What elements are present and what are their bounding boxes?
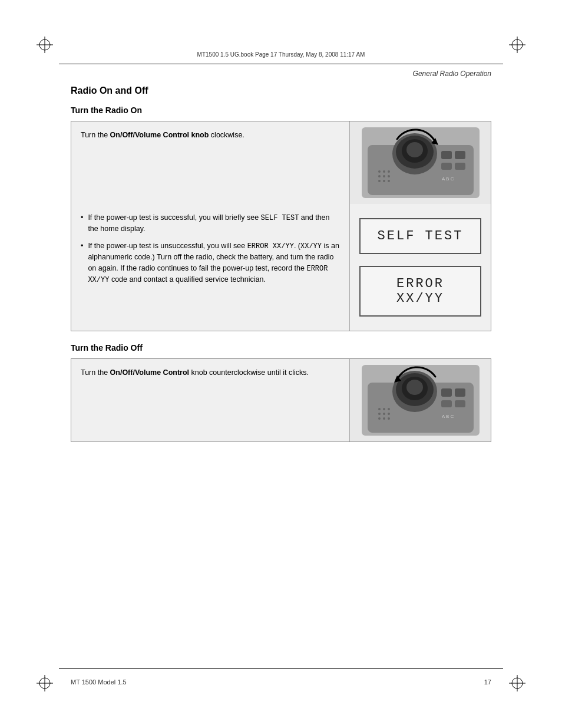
corner-mark-tr — [509, 37, 525, 53]
error-screen: ERROR XX/YY — [359, 266, 481, 317]
svg-point-29 — [388, 175, 390, 177]
header-file-info: MT1500 1.5 UG.book Page 17 Thursday, May… — [197, 51, 365, 58]
self-test-screen: SELF TEST — [359, 218, 481, 254]
radio-counterclockwise-image: A B C — [362, 365, 480, 436]
svg-point-32 — [388, 180, 390, 182]
svg-point-28 — [383, 175, 385, 177]
svg-point-46 — [383, 408, 385, 410]
svg-point-27 — [378, 175, 381, 177]
svg-point-51 — [378, 417, 381, 420]
svg-point-53 — [388, 417, 390, 420]
turn-off-text-bold: On/Off/Volume Control — [110, 368, 189, 377]
svg-point-31 — [383, 180, 385, 182]
svg-rect-40 — [441, 388, 452, 397]
svg-rect-41 — [455, 388, 465, 397]
svg-point-52 — [383, 417, 385, 420]
corner-mark-br — [509, 675, 525, 691]
turn-on-box: Turn the On/Off/Volume Control knob cloc… — [71, 121, 491, 331]
turn-off-text-after: knob counterclockwise until it clicks. — [189, 368, 309, 377]
svg-text:A  B  C: A B C — [442, 414, 454, 419]
corner-mark-tl — [37, 37, 53, 53]
svg-point-38 — [406, 380, 423, 395]
bullet2-mono1: ERROR XX/YY — [247, 242, 294, 251]
svg-rect-42 — [441, 400, 452, 407]
radio-clockwise-image: A B C — [362, 127, 480, 198]
turn-off-image-col: A B C — [349, 359, 491, 442]
svg-point-30 — [378, 180, 381, 182]
page-footer: MT 1500 Model 1.5 17 — [71, 678, 491, 686]
svg-rect-43 — [455, 400, 465, 407]
bullet-item-1: If the power-up test is successful, you … — [81, 212, 340, 235]
svg-point-48 — [378, 413, 381, 415]
turn-off-instruction-text: Turn the On/Off/Volume Control knob coun… — [71, 359, 349, 442]
footer-rule — [59, 668, 503, 669]
turn-on-bottom-row: If the power-up test is successful, you … — [71, 204, 491, 331]
bullet-item-2: If the power-up test is unsuccessful, yo… — [81, 241, 340, 285]
display-screens-col: SELF TEST ERROR XX/YY — [349, 204, 491, 331]
bullet1-prefix: If the power-up test is successful, you … — [88, 212, 340, 235]
section-heading-turn-on: Turn the Radio On — [71, 106, 491, 115]
svg-point-25 — [383, 170, 385, 173]
corner-mark-bl — [37, 675, 53, 691]
svg-text:A  B  C: A B C — [442, 176, 454, 182]
svg-point-26 — [388, 170, 390, 173]
header-rule — [59, 64, 503, 64]
svg-point-49 — [383, 413, 385, 415]
turn-on-top-row: Turn the On/Off/Volume Control knob cloc… — [71, 121, 491, 204]
svg-point-17 — [406, 142, 423, 157]
section-heading-radio-on-off: Radio On and Off — [71, 85, 491, 96]
bullet1-mono: SELF TEST — [261, 214, 299, 222]
page-section-title: General Radio Operation — [413, 70, 491, 78]
svg-point-24 — [378, 170, 381, 173]
turn-off-row: Turn the On/Off/Volume Control knob coun… — [71, 359, 491, 442]
turn-off-box: Turn the On/Off/Volume Control knob coun… — [71, 358, 491, 442]
svg-point-47 — [388, 408, 390, 410]
turn-on-bullet-list: If the power-up test is successful, you … — [81, 212, 340, 285]
svg-rect-22 — [455, 163, 465, 170]
turn-on-bullets-col: If the power-up test is successful, you … — [71, 204, 349, 331]
svg-rect-19 — [441, 151, 452, 159]
section-heading-turn-off: Turn the Radio Off — [71, 343, 491, 353]
turn-off-text-before: Turn the — [81, 368, 110, 377]
turn-on-instruction-text: Turn the On/Off/Volume Control knob cloc… — [71, 121, 349, 204]
turn-on-image-col: A B C — [349, 121, 491, 204]
page-header: MT1500 1.5 UG.book Page 17 Thursday, May… — [59, 37, 503, 72]
turn-on-text-after: clockwise. — [209, 131, 244, 139]
svg-point-50 — [388, 413, 390, 415]
page-number: 17 — [484, 678, 491, 686]
bullet2-mono3: ERROR XX/YY — [88, 265, 328, 284]
main-content: Radio On and Off Turn the Radio On Turn … — [71, 85, 491, 454]
bullet2-text: If the power-up test is unsuccessful, yo… — [88, 241, 340, 285]
turn-on-text-before: Turn the — [81, 131, 110, 139]
svg-rect-21 — [441, 163, 452, 170]
footer-model: MT 1500 Model 1.5 — [71, 678, 127, 686]
svg-rect-20 — [455, 151, 465, 159]
bullet2-mono2: XX/YY — [300, 242, 322, 251]
self-test-display-text: SELF TEST — [378, 229, 464, 243]
turn-on-text-bold: On/Off/Volume Control knob — [110, 131, 209, 139]
error-display-text: ERROR XX/YY — [396, 276, 444, 306]
svg-point-45 — [378, 408, 381, 410]
